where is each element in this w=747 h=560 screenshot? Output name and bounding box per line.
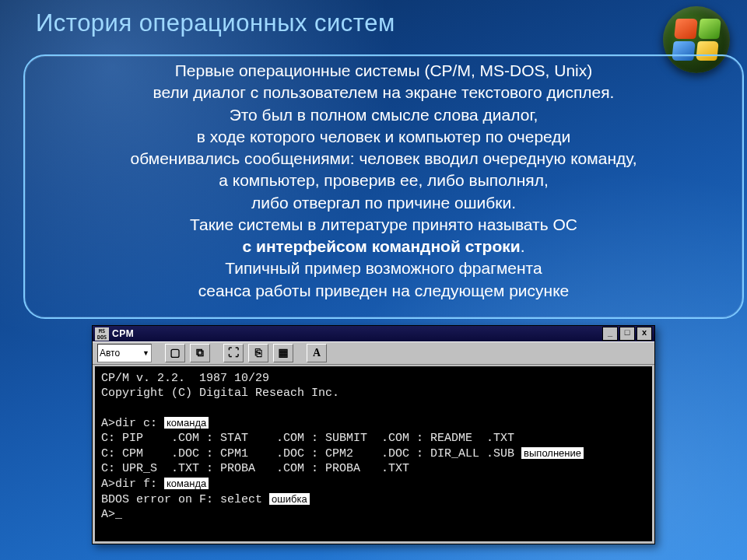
close-button[interactable]: x [637,327,652,341]
maximize-button[interactable]: □ [619,327,635,341]
font-size-combo[interactable]: Авто▼ [97,344,152,362]
chevron-down-icon: ▼ [142,349,149,357]
body-line: Типичный пример возможного фрагмента [34,258,733,278]
body-line: Это был в полном смысле слова диалог, [34,105,733,125]
content-box: Первые операционные системы (CP/M, MS-DO… [23,54,744,319]
body-line: Такие системы в литературе принято назыв… [34,215,733,235]
annotation-error: ошибка [269,493,310,505]
body-line: с интерфейсом командной строки. [34,236,733,257]
body-line: сеанса работы приведен на следующем рису… [34,281,733,301]
body-emphasis: с интерфейсом командной строки [242,237,520,255]
toolbar-button[interactable]: ⛶ [223,344,244,362]
toolbar-button-font[interactable]: A [307,344,327,362]
body-line: в ходе которого человек и компьютер по о… [34,127,733,147]
body-line: а компьютер, проверив ее, либо выполнял, [34,170,733,191]
titlebar: MS DOS CPM _ □ x [93,326,654,341]
body-line: вели диалог с пользователем на экране те… [34,82,733,103]
annotation-command: команда [164,417,209,429]
minimize-button[interactable]: _ [602,327,618,341]
toolbar-button[interactable]: ⧉ [190,344,210,362]
toolbar: Авто▼ ▢ ⧉ ⛶ ⎘ ▦ A [93,341,654,365]
annotation-execution: выполнение [521,447,584,459]
msdos-icon: MS DOS [95,327,109,341]
console-output: CP/M v. 2.2. 1987 10/29 Copyright (C) Di… [95,366,652,541]
toolbar-button[interactable]: ⎘ [248,344,268,362]
body-line: либо отвергал по причине ошибки. [34,193,733,213]
slide-title: История операционных систем [36,9,395,37]
annotation-command: команда [164,478,209,489]
toolbar-button[interactable]: ▦ [273,344,293,362]
body-line: обменивались сообщениями: человек вводил… [34,149,733,169]
terminal-window: MS DOS CPM _ □ x Авто▼ ▢ ⧉ ⛶ ⎘ ▦ A CP/M … [92,325,655,544]
toolbar-button[interactable]: ▢ [165,344,185,362]
body-line: Первые операционные системы (CP/M, MS-DO… [34,61,733,81]
slide: История операционных систем Первые опера… [0,0,747,560]
window-title: CPM [112,328,602,339]
